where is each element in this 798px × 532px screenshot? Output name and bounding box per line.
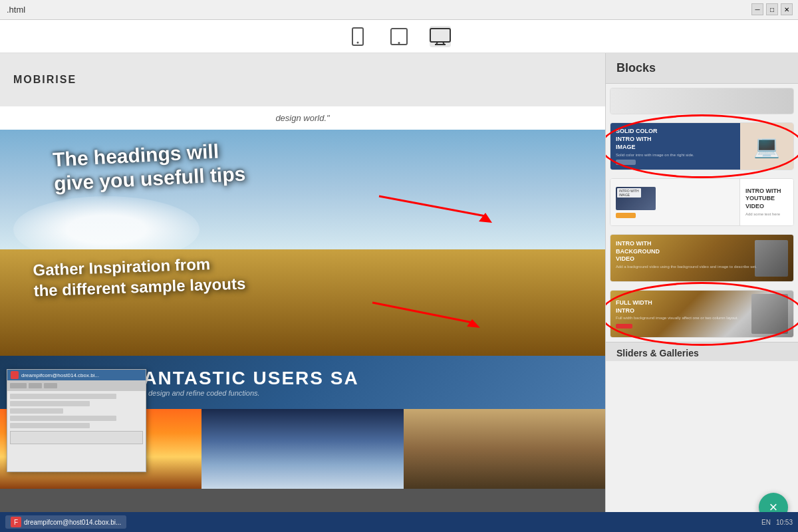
block-card-partial[interactable] <box>610 88 794 114</box>
chat-menu-edit <box>29 383 42 388</box>
block-card-fullwidth[interactable]: FULL WIDTHINTRO Full width background im… <box>610 290 794 338</box>
block-yt-left: INTRO WITHIMAGE <box>610 179 740 225</box>
svg-rect-4 <box>430 29 450 42</box>
chat-menu-file <box>10 383 27 388</box>
main-layout: MOBIRISE design world." The headings wil… <box>0 53 798 532</box>
block-card-solid-wrapper: SOLID COLORINTRO WITHIMAGE Solid color i… <box>610 122 794 170</box>
block-fwi-desc: Full width background image visually aff… <box>616 316 751 321</box>
block-fwi-thumb: FULL WIDTHINTRO Full width background im… <box>610 291 793 337</box>
block-card-partial-thumb <box>610 88 793 114</box>
chat-row-1 <box>10 394 116 399</box>
preview-hero: The headings will give you usefull tips … <box>0 130 605 356</box>
block-bgvid-label: INTRO WITHBACKGROUNDVIDEO <box>616 240 757 263</box>
chat-menu-view <box>44 383 57 388</box>
block-solid-right: 💻 <box>740 123 793 170</box>
canvas-area: MOBIRISE design world." The headings wil… <box>0 53 605 532</box>
chat-input[interactable] <box>10 431 143 444</box>
chat-app-icon <box>11 371 19 379</box>
toolbar <box>0 20 798 53</box>
website-preview: MOBIRISE design world." The headings wil… <box>0 53 605 532</box>
hero-text-2: Gather Inspiration from the different sa… <box>33 252 246 301</box>
block-card-solid-color[interactable]: SOLID COLORINTRO WITHIMAGE Solid color i… <box>610 122 794 170</box>
block-yt-right: INTRO WITH YOUTUBE VIDEO Add some text h… <box>740 179 793 225</box>
block-yt-thumb: INTRO WITHIMAGE INTRO WITH YOUTUBE VIDEO… <box>610 179 793 225</box>
taskbar-chat-item[interactable]: F dreampifcom@host014.cbox.bi... <box>5 515 126 529</box>
block-bgvid-desc: Add a background video using the backgro… <box>616 265 757 270</box>
block-fwi-image <box>751 294 788 334</box>
taskbar-language: EN <box>761 519 771 526</box>
block-bgvid-text: INTRO WITHBACKGROUNDVIDEO Add a backgrou… <box>616 240 757 270</box>
chat-row-5 <box>10 423 90 428</box>
titlebar-title: .html <box>7 5 25 15</box>
photo-3 <box>404 409 605 489</box>
chat-title: dreampifcom@host014.cbox.bi... <box>21 372 99 378</box>
chat-row-3 <box>10 408 63 414</box>
taskbar-chat-text: dreampifcom@host014.cbox.bi... <box>24 519 121 526</box>
close-button[interactable]: ✕ <box>781 3 793 15</box>
block-card-fullwidth-wrapper: FULL WIDTHINTRO Full width background im… <box>610 290 794 338</box>
block-yt-mini-preview: INTRO WITHIMAGE <box>616 187 656 210</box>
block-bgvid-image <box>755 240 788 277</box>
block-yt-desc: Add some text here <box>745 212 788 217</box>
block-yt-title: INTRO WITH YOUTUBE VIDEO <box>745 188 788 211</box>
chat-window[interactable]: dreampifcom@host014.cbox.bi... <box>7 369 146 472</box>
block-bgvid-thumb: INTRO WITHBACKGROUNDVIDEO Add a backgrou… <box>610 235 793 281</box>
tablet-view-button[interactable] <box>388 26 410 47</box>
titlebar: .html ─ □ ✕ <box>0 0 798 20</box>
sidebar-header: Blocks <box>606 53 798 84</box>
block-fwi-cta <box>616 324 632 329</box>
quote-text: design world." <box>275 113 329 123</box>
preview-quote: design world." <box>0 106 605 130</box>
taskbar-time: 10:53 <box>776 519 793 526</box>
taskbar-right: EN 10:53 <box>761 519 793 526</box>
block-solid-title: SOLID COLORINTRO WITHIMAGE <box>616 128 735 151</box>
svg-point-3 <box>398 42 400 44</box>
chat-row-4 <box>10 416 116 421</box>
preview-navbar: MOBIRISE <box>0 53 605 106</box>
block-solid-thumb: SOLID COLORINTRO WITHIMAGE Solid color i… <box>610 123 793 170</box>
taskbar-chat-icon: F <box>11 517 21 527</box>
block-card-youtube[interactable]: INTRO WITHIMAGE INTRO WITH YOUTUBE VIDEO… <box>610 178 794 226</box>
titlebar-controls: ─ □ ✕ <box>751 3 793 15</box>
block-solid-cta <box>616 160 636 165</box>
maximize-button[interactable]: □ <box>766 3 778 15</box>
minimize-button[interactable]: ─ <box>751 3 763 15</box>
hero-text-1: The headings will give you usefull tips <box>52 138 246 196</box>
chat-titlebar: dreampifcom@host014.cbox.bi... <box>7 370 146 380</box>
block-yt-mini-tag: INTRO WITHIMAGE <box>617 188 641 198</box>
block-fwi-text: FULL WIDTHINTRO Full width background im… <box>616 299 751 329</box>
block-solid-desc: Solid color intro with image on the righ… <box>616 153 735 157</box>
photo-2 <box>201 409 403 489</box>
taskbar: F dreampifcom@host014.cbox.bi... EN 10:5… <box>0 512 798 532</box>
sidebar-section-sliders: Sliders & Galleries <box>606 342 798 361</box>
sidebar: Blocks SOLID COLORINTRO WITHIMAGE Solid … <box>605 53 798 532</box>
block-yt-mini-btn <box>616 213 636 218</box>
block-card-bgvideo[interactable]: INTRO WITHBACKGROUNDVIDEO Add a backgrou… <box>610 234 794 282</box>
block-fwi-label: FULL WIDTHINTRO <box>616 299 751 315</box>
mobile-view-button[interactable] <box>347 26 368 47</box>
desktop-view-button[interactable] <box>430 26 451 47</box>
chat-menu-bar <box>7 380 146 391</box>
svg-point-1 <box>357 41 359 43</box>
site-logo: MOBIRISE <box>13 74 76 86</box>
block-solid-left: SOLID COLORINTRO WITHIMAGE Solid color i… <box>610 123 740 170</box>
laptop-icon: 💻 <box>753 134 780 159</box>
chat-body <box>7 391 146 472</box>
chat-row-2 <box>10 401 90 406</box>
